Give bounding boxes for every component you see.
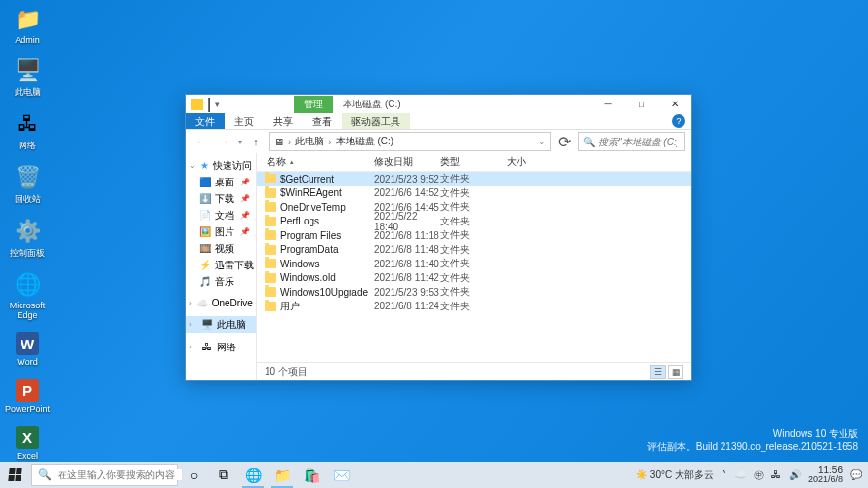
search-box[interactable]: 🔍 [578,132,685,151]
windows-logo-icon [8,468,21,481]
nav-desktop[interactable]: 🟦桌面📌 [186,174,256,190]
nav-tree[interactable]: ⌄ ★ 快速访问 🟦桌面📌 ⬇️下载📌 📄文档📌 🖼️图片📌 🎞️视频 ⚡迅雷下… [186,153,257,380]
table-row[interactable]: Program Files2021/6/8 11:18文件夹 [257,228,691,243]
desktop-icon-edge[interactable]: 🌐Microsoft Edge [4,271,51,320]
refresh-button[interactable]: ⟳ [555,133,574,151]
breadcrumb[interactable]: 🖥 › 此电脑 › 本地磁盘 (C:) ⌄ [269,132,551,151]
search-icon: 🔍 [38,468,52,481]
table-row[interactable]: Windows10Upgrade2021/5/23 9:53文件夹 [257,285,691,300]
forward-button[interactable]: → [215,132,234,151]
ribbon-tab-view[interactable]: 查看 [303,113,342,129]
column-headers[interactable]: 名称▴ 修改日期 类型 大小 [257,153,691,172]
breadcrumb-thispc[interactable]: 此电脑 [295,135,324,148]
controlpanel-icon: ⚙️ [14,218,41,245]
folder-icon [265,217,276,226]
taskbar-edge[interactable]: 🌐 [238,462,268,488]
maximize-button[interactable]: □ [625,95,658,113]
desktop-icon-recyclebin[interactable]: 🗑️回收站 [4,164,51,206]
details-view-button[interactable]: ☰ [650,365,666,379]
edge-icon: 🌐 [14,271,41,299]
nav-network[interactable]: ›🖧网络 [186,339,256,355]
weather-widget[interactable]: ☀️ 30°C 大部多云 [636,468,714,482]
nav-videos[interactable]: 🎞️视频 [186,240,256,257]
desktop-icon-network[interactable]: 🖧网络 [4,110,51,152]
network-tray-icon[interactable]: 🖧 [771,469,781,480]
nav-downloads[interactable]: ⬇️下载📌 [186,190,256,207]
folder-icon [265,259,276,268]
folder-icon [265,273,276,283]
status-bar: 10 个项目 ☰ ▦ [257,362,691,380]
close-button[interactable]: ✕ [658,95,691,113]
thispc-icon: 🖥️ [14,57,41,84]
qat-sep: | [207,96,211,113]
icons-view-button[interactable]: ▦ [668,365,683,379]
notifications-button[interactable]: 💬 [850,469,862,480]
nav-onedrive[interactable]: ›☁️OneDrive [186,296,256,310]
desktop-icon-admin[interactable]: 📁Admin [4,6,51,45]
onedrive-tray-icon[interactable]: ☁️ [734,469,746,480]
tray-overflow[interactable]: ˄ [722,469,726,480]
qat-dropdown[interactable]: ▾ [215,100,220,109]
folder-icon [265,188,276,198]
desktop-icon-controlpanel[interactable]: ⚙️控制面板 [4,218,51,260]
start-button[interactable] [0,462,29,488]
desktop-icon-word[interactable]: WWord [4,332,51,367]
folder-icon [265,174,276,183]
taskbar-clock[interactable]: 11:56 2021/6/8 [808,466,843,484]
breadcrumb-dd-icon[interactable]: ⌄ [538,137,546,146]
nav-thispc[interactable]: ›🖥️此电脑 [186,316,256,333]
taskbar-store[interactable]: 🛍️ [297,462,326,488]
desktop-icon-thispc[interactable]: 🖥️此电脑 [4,57,51,99]
table-row[interactable]: $WinREAgent2021/6/6 14:52文件夹 [257,186,691,201]
search-input[interactable] [599,137,677,147]
nav-thunder[interactable]: ⚡迅雷下载 [186,257,256,273]
taskbar-search-input[interactable] [58,469,182,480]
col-name[interactable]: 名称▴ [257,155,374,169]
context-tab-drive: 本地磁盘 (C:) [333,96,410,113]
table-row[interactable]: $GetCurrent2021/5/23 9:52文件夹 [257,172,691,186]
sun-icon: ☀️ [636,469,647,480]
table-row[interactable]: Windows.old2021/6/8 11:42文件夹 [257,271,691,286]
col-type[interactable]: 类型 [440,155,507,169]
taskbar-mail[interactable]: ✉️ [326,462,355,488]
table-row[interactable]: PerfLogs2021/5/22 18:40文件夹 [257,215,691,229]
nav-documents[interactable]: 📄文档📌 [186,207,256,224]
nav-music[interactable]: 🎵音乐 [186,273,256,290]
desktop-icon-powerpoint[interactable]: PPowerPoint [4,379,51,414]
cortana-button[interactable]: ○ [180,462,209,488]
item-count: 10 个项目 [265,365,308,379]
powerpoint-icon: P [16,379,39,402]
table-row[interactable]: OneDriveTemp2021/6/6 14:45文件夹 [257,200,691,215]
folder-icon [265,302,276,311]
admin-icon: 📁 [14,6,41,33]
nav-pictures[interactable]: 🖼️图片📌 [186,224,256,240]
ribbon-tab-home[interactable]: 主页 [225,113,264,129]
minimize-button[interactable]: ─ [592,95,625,113]
breadcrumb-current[interactable]: 本地磁盘 (C:) [336,135,393,148]
taskbar-search[interactable]: 🔍 [31,464,178,486]
nav-quick-access[interactable]: ⌄ ★ 快速访问 [186,157,256,174]
help-button[interactable]: ? [672,114,685,128]
back-button[interactable]: ← [191,132,211,151]
task-view-button[interactable]: ⧉ [209,462,238,488]
folder-icon [265,202,276,212]
ime-tray-icon[interactable]: ㊥ [754,468,764,482]
up-button[interactable]: ↑ [246,132,266,151]
watermark: Windows 10 专业版 评估副本。Build 21390.co_relea… [647,427,858,453]
ribbon-tab-share[interactable]: 共享 [264,113,303,129]
table-row[interactable]: 用户2021/6/8 11:24文件夹 [257,300,691,314]
taskbar-explorer[interactable]: 📁 [268,462,297,488]
recyclebin-icon: 🗑️ [14,164,41,191]
col-size[interactable]: 大小 [507,155,556,169]
ribbon-tab-file[interactable]: 文件 [186,113,225,129]
volume-tray-icon[interactable]: 🔊 [789,469,801,480]
ribbon-tab-drive-tools[interactable]: 驱动器工具 [342,113,410,129]
table-row[interactable]: Windows2021/6/8 11:40文件夹 [257,257,691,271]
titlebar[interactable]: | ▾ 管理 本地磁盘 (C:) ─ □ ✕ [186,95,691,113]
context-tab-manage[interactable]: 管理 [294,96,333,113]
excel-icon: X [16,426,39,449]
table-row[interactable]: ProgramData2021/6/8 11:48文件夹 [257,243,691,258]
desktop-icon-excel[interactable]: XExcel [4,426,51,461]
col-date[interactable]: 修改日期 [374,155,440,169]
recent-dd-icon[interactable]: ▾ [238,138,242,146]
